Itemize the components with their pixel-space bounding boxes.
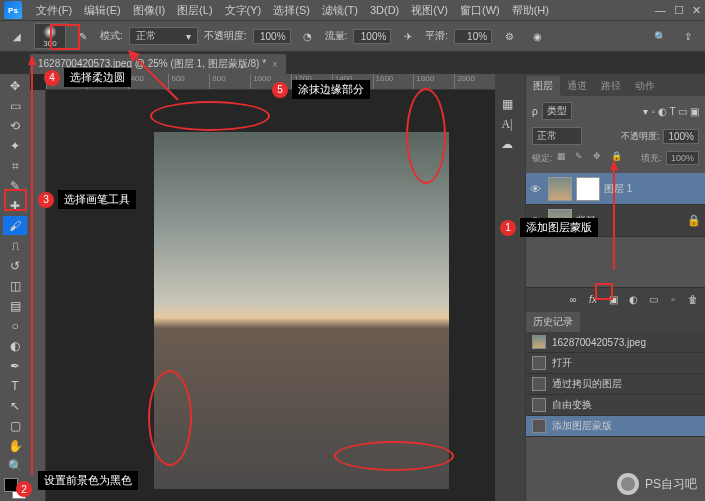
airbrush-icon[interactable]: ✈ xyxy=(397,25,419,47)
mode-label: 模式: xyxy=(100,29,123,43)
menu-filter[interactable]: 滤镜(T) xyxy=(316,3,364,18)
opacity-label: 不透明度: xyxy=(204,29,247,43)
pressure-opacity-icon[interactable]: ◔ xyxy=(297,25,319,47)
callout-5: 5涂抹边缘部分 xyxy=(272,80,370,99)
watermark: PS自习吧 xyxy=(617,473,697,495)
callout-3: 3选择画笔工具 xyxy=(38,190,136,209)
adjustment-icon[interactable]: ◐ xyxy=(625,291,641,307)
callout-2-label: 设置前景色为黑色 xyxy=(38,471,138,490)
opacity-value[interactable]: 100% xyxy=(253,29,291,44)
menu-window[interactable]: 窗口(W) xyxy=(454,3,506,18)
menu-view[interactable]: 视图(V) xyxy=(405,3,454,18)
lock-paint-icon[interactable]: ✎ xyxy=(575,151,589,165)
history-panel: 1628700420573.jpeg 打开 通过拷贝的图层 自由变换 添加图层蒙… xyxy=(526,332,705,437)
gradient-tool[interactable]: ▤ xyxy=(3,296,27,315)
canvas-image[interactable] xyxy=(154,132,449,489)
callout-4: 4选择柔边圆 xyxy=(44,68,131,87)
annotation-oval xyxy=(148,370,192,466)
history-row[interactable]: 自由变换 xyxy=(526,395,705,416)
wand-tool[interactable]: ✦ xyxy=(3,136,27,155)
blur-tool[interactable]: ○ xyxy=(3,316,27,335)
flow-value[interactable]: 100% xyxy=(353,29,391,44)
menu-layer[interactable]: 图层(L) xyxy=(171,3,218,18)
rect-marquee-tool[interactable]: ▭ xyxy=(3,96,27,115)
pressure-size-icon[interactable]: ◉ xyxy=(526,25,548,47)
menu-image[interactable]: 图像(I) xyxy=(127,3,171,18)
flow-label: 流量: xyxy=(325,29,348,43)
crop-tool[interactable]: ⌗ xyxy=(3,156,27,175)
annotation-box-brushprev xyxy=(50,24,80,50)
zoom-tool[interactable]: 🔍 xyxy=(3,456,27,475)
menu-3d[interactable]: 3D(D) xyxy=(364,4,405,16)
hand-tool[interactable]: ✋ xyxy=(3,436,27,455)
history-row[interactable]: 通过拷贝的图层 xyxy=(526,374,705,395)
layer-mask-thumb[interactable] xyxy=(576,177,600,201)
annotation-oval xyxy=(406,88,446,184)
link-icon[interactable]: ∞ xyxy=(565,291,581,307)
color-panel-icon[interactable]: ▦ xyxy=(495,94,519,114)
tab-history[interactable]: 历史记录 xyxy=(526,312,580,332)
new-layer-icon[interactable]: ▫ xyxy=(665,291,681,307)
annotation-arrow-brushprev xyxy=(128,50,188,110)
history-panel-tabs: 历史记录 xyxy=(526,310,705,332)
right-panels: 图层 通道 路径 动作 ρ类型 ▾ ▫ ◐ T ▭ ▣ 正常 不透明度: 100… xyxy=(525,74,705,501)
annotation-box-brush xyxy=(4,189,27,211)
group-icon[interactable]: ▭ xyxy=(645,291,661,307)
annotation-box-mask xyxy=(595,283,613,300)
stamp-tool[interactable]: ⎍ xyxy=(3,236,27,255)
layer-thumb[interactable] xyxy=(548,177,572,201)
tab-actions[interactable]: 动作 xyxy=(628,76,662,96)
layers-footer: ∞ fx ▣ ◐ ▭ ▫ 🗑 xyxy=(526,287,705,310)
libraries-icon[interactable]: ☁ xyxy=(495,134,519,154)
tab-layers[interactable]: 图层 xyxy=(526,76,560,96)
menu-type[interactable]: 文字(Y) xyxy=(219,3,268,18)
tool-preset-icon[interactable]: ◢ xyxy=(6,25,28,47)
pen-tool[interactable]: ✒ xyxy=(3,356,27,375)
lock-pos-icon[interactable]: ✥ xyxy=(593,151,607,165)
history-brush-tool[interactable]: ↺ xyxy=(3,256,27,275)
menu-select[interactable]: 选择(S) xyxy=(267,3,316,18)
search-icon[interactable]: 🔍 xyxy=(649,25,671,47)
trash-icon[interactable]: 🗑 xyxy=(685,291,701,307)
menu-help[interactable]: 帮助(H) xyxy=(506,3,555,18)
annotation-arrow-tools xyxy=(26,55,38,485)
rect-tool[interactable]: ▢ xyxy=(3,416,27,435)
menu-edit[interactable]: 编辑(E) xyxy=(78,3,127,18)
eraser-tool[interactable]: ◫ xyxy=(3,276,27,295)
brush-tool[interactable]: 🖌 xyxy=(3,216,27,235)
smooth-value[interactable]: 10% xyxy=(454,29,492,44)
svg-marker-5 xyxy=(610,160,618,170)
wechat-icon xyxy=(617,473,639,495)
close-tab-icon[interactable]: × xyxy=(272,59,278,70)
smooth-label: 平滑: xyxy=(425,29,448,43)
layer-opacity[interactable]: 100% xyxy=(663,129,699,144)
move-tool[interactable]: ✥ xyxy=(3,76,27,95)
history-doc-row[interactable]: 1628700420573.jpeg xyxy=(526,332,705,353)
collapsed-panels[interactable]: ▦ A| ☁ xyxy=(495,74,525,501)
tab-channels[interactable]: 通道 xyxy=(560,76,594,96)
lasso-tool[interactable]: ⟲ xyxy=(3,116,27,135)
filter-kind[interactable]: 类型 xyxy=(542,102,572,120)
dodge-tool[interactable]: ◐ xyxy=(3,336,27,355)
menu-file[interactable]: 文件(F) xyxy=(30,3,78,18)
lock-trans-icon[interactable]: ▦ xyxy=(557,151,571,165)
min-icon[interactable]: — xyxy=(655,4,666,17)
menu-bar: Ps 文件(F) 编辑(E) 图像(I) 图层(L) 文字(Y) 选择(S) 滤… xyxy=(0,0,705,20)
history-row[interactable]: 添加图层蒙版 xyxy=(526,416,705,437)
mode-select[interactable]: 正常 ▾ xyxy=(129,27,198,45)
blend-mode[interactable]: 正常 xyxy=(532,127,582,145)
gear-icon[interactable]: ⚙ xyxy=(498,25,520,47)
history-row[interactable]: 打开 xyxy=(526,353,705,374)
char-panel-icon[interactable]: A| xyxy=(495,114,519,134)
share-icon[interactable]: ⇪ xyxy=(677,25,699,47)
close-icon[interactable]: ✕ xyxy=(692,4,701,17)
type-tool[interactable]: T xyxy=(3,376,27,395)
annotation-arrow-mask xyxy=(608,160,620,280)
max-icon[interactable]: ☐ xyxy=(674,4,684,17)
layer-fill[interactable]: 100% xyxy=(666,151,699,165)
visibility-icon[interactable]: 👁 xyxy=(530,183,544,195)
options-bar: ◢ 300 ✎ 模式: 正常 ▾ 不透明度: 100% ◔ 流量: 100% ✈… xyxy=(0,20,705,52)
window-controls: — ☐ ✕ xyxy=(655,4,701,17)
path-tool[interactable]: ↖ xyxy=(3,396,27,415)
tab-paths[interactable]: 路径 xyxy=(594,76,628,96)
